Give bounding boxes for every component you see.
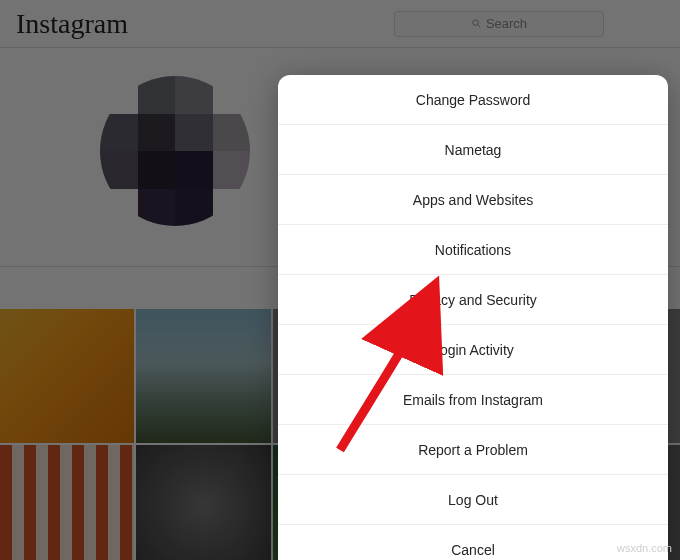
settings-item-nametag[interactable]: Nametag bbox=[278, 125, 668, 175]
app-root: Instagram Search Change PasswordNametagA… bbox=[0, 0, 680, 560]
settings-item-apps-and-websites[interactable]: Apps and Websites bbox=[278, 175, 668, 225]
settings-item-emails-from-instagram[interactable]: Emails from Instagram bbox=[278, 375, 668, 425]
settings-item-report-a-problem[interactable]: Report a Problem bbox=[278, 425, 668, 475]
settings-dialog: Change PasswordNametagApps and WebsitesN… bbox=[278, 75, 668, 560]
settings-item-privacy-and-security[interactable]: Privacy and Security bbox=[278, 275, 668, 325]
settings-item-login-activity[interactable]: Login Activity bbox=[278, 325, 668, 375]
settings-item-cancel[interactable]: Cancel bbox=[278, 525, 668, 560]
watermark: wsxdn.com bbox=[617, 542, 672, 554]
settings-item-change-password[interactable]: Change Password bbox=[278, 75, 668, 125]
settings-item-notifications[interactable]: Notifications bbox=[278, 225, 668, 275]
settings-item-log-out[interactable]: Log Out bbox=[278, 475, 668, 525]
